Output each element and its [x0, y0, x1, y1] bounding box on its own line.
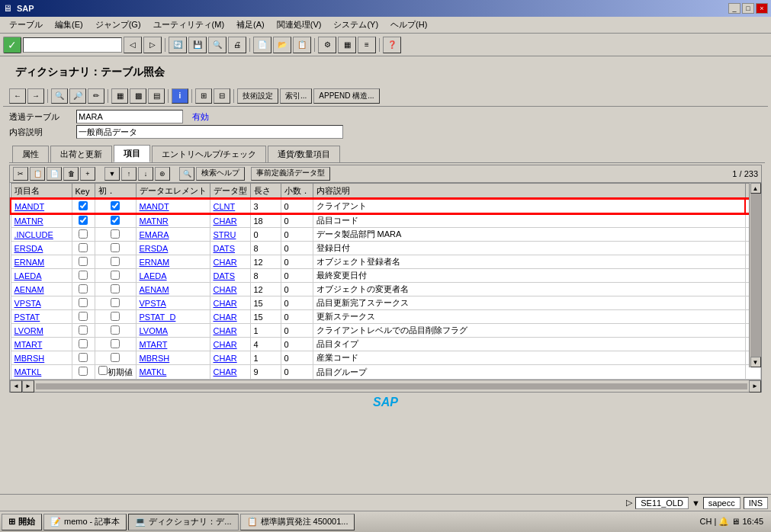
- elem-link[interactable]: MBRSH: [140, 354, 170, 363]
- key-checkbox[interactable]: [79, 257, 88, 266]
- type-link[interactable]: CHAR: [214, 216, 237, 226]
- type-link[interactable]: CLNT: [214, 202, 236, 211]
- elem-link[interactable]: MTART: [140, 340, 168, 349]
- key-checkbox[interactable]: [79, 312, 88, 321]
- tab-items[interactable]: 項目: [114, 145, 150, 162]
- cell-data-elem[interactable]: LAEDA: [136, 269, 210, 283]
- elem-link[interactable]: MATKL: [140, 367, 167, 377]
- new-button[interactable]: 📄: [253, 37, 271, 53]
- cell-name[interactable]: VPSTA: [11, 296, 72, 310]
- search-help-icon[interactable]: 🔍: [179, 167, 194, 181]
- name-link[interactable]: PSTAT: [14, 312, 40, 322]
- start-button[interactable]: ⊞ 開始: [2, 514, 42, 530]
- table-view-btn[interactable]: ⊞: [195, 88, 212, 104]
- cell-name[interactable]: ERSDA: [11, 242, 72, 255]
- cell-name[interactable]: LAEDA: [11, 269, 72, 283]
- cell-key[interactable]: [72, 213, 95, 228]
- grid-btn1[interactable]: ▦: [111, 88, 128, 104]
- key-checkbox[interactable]: [79, 339, 88, 348]
- index-btn[interactable]: 索引...: [280, 88, 312, 104]
- find-button[interactable]: 🔍: [208, 37, 226, 53]
- cell-data-elem[interactable]: MANDT: [136, 199, 210, 213]
- cell-data-elem[interactable]: EMARA: [136, 228, 210, 242]
- cell-data-elem[interactable]: MATNR: [136, 213, 210, 228]
- cell-key[interactable]: [72, 228, 95, 242]
- menu-help[interactable]: ヘルプ(H): [384, 18, 433, 32]
- back-button[interactable]: ←: [9, 88, 26, 104]
- cell-name[interactable]: .INCLUDE: [11, 228, 72, 242]
- cell-key[interactable]: [72, 365, 95, 380]
- search2-btn[interactable]: 🔎: [69, 88, 86, 104]
- init-checkbox[interactable]: [111, 201, 120, 210]
- scroll-right-btn2[interactable]: ►: [22, 380, 34, 393]
- filter-button[interactable]: ▼: [104, 167, 120, 181]
- cell-init[interactable]: 初期値: [95, 365, 136, 380]
- sort-desc-button[interactable]: ↓: [138, 167, 153, 181]
- cell-key[interactable]: [72, 324, 95, 338]
- cell-init[interactable]: [95, 310, 136, 324]
- elem-link[interactable]: PSTAT_D: [140, 312, 176, 322]
- elem-link[interactable]: MATNR: [140, 216, 169, 226]
- menu-related[interactable]: 関連処理(V): [271, 18, 328, 32]
- cell-key[interactable]: [72, 296, 95, 310]
- cell-init[interactable]: [95, 228, 136, 242]
- sort-asc-button[interactable]: ↑: [121, 167, 137, 181]
- name-link[interactable]: LVORM: [14, 326, 43, 335]
- elem-link[interactable]: AENAM: [140, 285, 169, 294]
- cell-key[interactable]: [72, 242, 95, 255]
- cut-button[interactable]: ✂: [13, 167, 28, 181]
- name-link[interactable]: MATNR: [14, 216, 43, 226]
- cell-name[interactable]: ERNAM: [11, 255, 72, 269]
- name-link[interactable]: .INCLUDE: [14, 230, 53, 239]
- cell-init[interactable]: [95, 255, 136, 269]
- task-purchase[interactable]: 📋 標準購買発注 450001...: [240, 514, 355, 530]
- type-link[interactable]: CHAR: [214, 326, 237, 335]
- name-link[interactable]: MTART: [14, 340, 43, 349]
- command-input[interactable]: [23, 37, 122, 53]
- cell-key[interactable]: [72, 283, 95, 296]
- cell-data-elem[interactable]: ERSDA: [136, 242, 210, 255]
- desc-input[interactable]: [76, 125, 343, 139]
- task-memo[interactable]: 📝 memo - 記事本: [43, 514, 127, 530]
- init-checkbox[interactable]: [111, 229, 120, 239]
- name-link[interactable]: MATKL: [14, 367, 42, 377]
- name-link[interactable]: LAEDA: [14, 271, 42, 280]
- cell-key[interactable]: [72, 255, 95, 269]
- list-button[interactable]: ≡: [358, 37, 376, 53]
- cell-init[interactable]: [95, 338, 136, 351]
- name-link[interactable]: MANDT: [14, 202, 44, 211]
- type-link[interactable]: DATS: [214, 244, 236, 253]
- elem-link[interactable]: LVOMA: [140, 326, 169, 335]
- save-button[interactable]: 💾: [188, 37, 207, 53]
- maximize-button[interactable]: □: [742, 3, 754, 14]
- settings-button[interactable]: ⚙: [318, 37, 336, 53]
- cell-key[interactable]: [72, 199, 95, 213]
- refresh-button[interactable]: 🔄: [169, 37, 187, 53]
- paste-table-button[interactable]: 📄: [47, 167, 62, 181]
- grid-btn2[interactable]: ▩: [130, 88, 146, 104]
- cell-data-elem[interactable]: AENAM: [136, 283, 210, 296]
- grid-btn3[interactable]: ▤: [148, 88, 165, 104]
- type-link[interactable]: CHAR: [214, 367, 237, 377]
- cell-key[interactable]: [72, 310, 95, 324]
- delete-row-button[interactable]: 🗑: [63, 167, 79, 181]
- cell-name[interactable]: MATKL: [11, 365, 72, 380]
- init-checkbox[interactable]: [111, 216, 120, 225]
- key-checkbox[interactable]: [79, 298, 88, 307]
- prev-button[interactable]: ◁: [124, 37, 142, 53]
- menu-supplement[interactable]: 補足(A): [230, 18, 271, 32]
- menu-table[interactable]: テーブル: [3, 18, 49, 32]
- task-dictionary[interactable]: 💻 ディクショナリ：デ...: [128, 514, 238, 530]
- add-row-button[interactable]: +: [80, 167, 95, 181]
- type-link[interactable]: CHAR: [214, 299, 237, 308]
- cell-name[interactable]: MTART: [11, 338, 72, 351]
- cell-init[interactable]: [95, 242, 136, 255]
- cell-init[interactable]: [95, 199, 136, 213]
- cell-init[interactable]: [95, 213, 136, 228]
- cell-data-elem[interactable]: VPSTA: [136, 296, 210, 310]
- type-link[interactable]: CHAR: [214, 312, 237, 322]
- cell-data-elem[interactable]: ERNAM: [136, 255, 210, 269]
- cell-name[interactable]: MBRSH: [11, 351, 72, 365]
- cell-data-elem[interactable]: MTART: [136, 338, 210, 351]
- type-link[interactable]: DATS: [214, 271, 236, 280]
